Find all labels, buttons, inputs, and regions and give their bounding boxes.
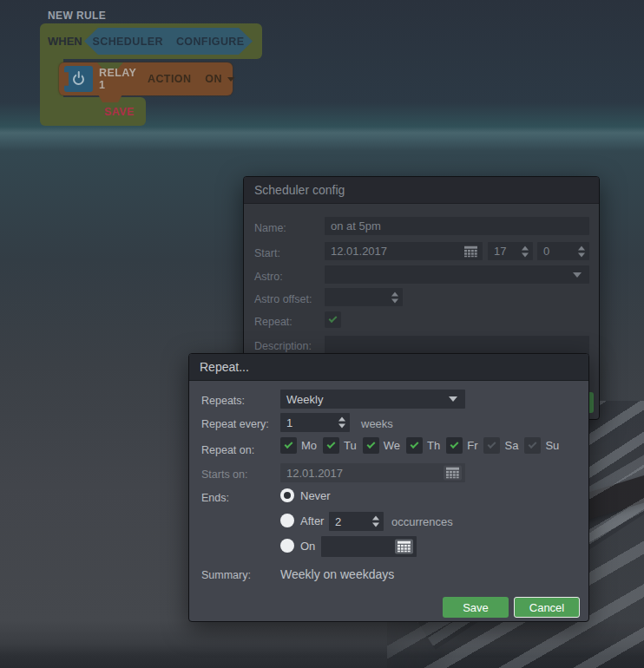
relay-action-block[interactable]: RELAY 1 ACTION ON [59, 62, 233, 95]
astro-offset-stepper[interactable] [325, 288, 403, 306]
repeat-dialog: Repeat... Repeats: Weekly Repeat every: … [188, 353, 589, 622]
day-checkbox-tu[interactable] [323, 437, 339, 454]
day-checkbox-th[interactable] [406, 437, 423, 454]
new-rule-heading: NEW RULE [48, 10, 106, 22]
ends-on-date-input[interactable] [321, 536, 417, 557]
check-icon [529, 440, 537, 449]
repeats-value: Weekly [286, 393, 323, 406]
check-icon [327, 440, 336, 449]
start-date-calendar-button[interactable] [462, 244, 480, 259]
ends-label: Ends: [201, 492, 229, 504]
check-icon [366, 440, 375, 449]
day-label-we: We [384, 439, 400, 452]
day-label-su: Su [545, 439, 559, 452]
start-minute-value: 0 [543, 245, 549, 258]
astro-label: Astro: [254, 271, 283, 283]
day-checkbox-we[interactable] [363, 437, 379, 454]
scheduler-dialog-title: Scheduler config [244, 177, 599, 204]
chevron-down-icon [573, 272, 582, 278]
app-background: NEW RULE WHEN SAVE SCHEDULER CONFIGURE R… [0, 0, 644, 668]
day-checkbox-mo[interactable] [280, 437, 297, 454]
spinner-icon[interactable] [578, 246, 585, 257]
summary-label: Summary: [201, 569, 251, 581]
repeats-label: Repeats: [201, 395, 245, 407]
cancel-button[interactable]: Cancel [514, 597, 580, 618]
start-date-input[interactable]: 12.01.2017 [325, 242, 483, 260]
repeat-every-unit: weeks [361, 417, 393, 430]
ends-on-radio[interactable] [280, 539, 294, 553]
name-value: on at 5pm [331, 219, 381, 232]
configure-block-button[interactable]: CONFIGURE [176, 36, 245, 48]
ends-after-count-stepper[interactable]: 2 [329, 512, 384, 531]
description-label: Description: [254, 340, 312, 352]
day-checkbox-su[interactable] [524, 437, 541, 454]
day-label-sa: Sa [504, 439, 518, 452]
action-on-dropdown[interactable]: ON [205, 73, 222, 85]
scheduler-block-label: SCHEDULER [93, 36, 163, 48]
repeat-every-stepper[interactable]: 1 [280, 413, 350, 432]
day-checkbox-fr[interactable] [446, 437, 463, 454]
repeat-day-su: Su [524, 437, 559, 454]
summary-value: Weekly on weekdays [280, 567, 394, 581]
ends-on-calendar-button[interactable] [395, 540, 413, 554]
repeat-day-tu: Tu [323, 437, 357, 454]
repeat-day-th: Th [406, 437, 440, 454]
day-label-th: Th [427, 439, 440, 452]
ends-after-radio[interactable] [280, 514, 294, 527]
starts-on-label: Starts on: [201, 468, 248, 481]
repeat-checkbox[interactable] [325, 311, 341, 328]
spinner-icon[interactable] [372, 516, 379, 527]
starts-on-calendar-button [444, 466, 462, 481]
check-icon [411, 440, 419, 449]
check-icon [285, 440, 293, 449]
repeat-day-we: We [363, 437, 400, 454]
starts-on-value: 12.01.2017 [286, 467, 343, 480]
ends-after-label: After [300, 514, 324, 528]
day-label-tu: Tu [344, 439, 357, 452]
repeats-select[interactable]: Weekly [280, 390, 465, 409]
spinner-icon[interactable] [391, 291, 398, 303]
scheduler-trigger-block[interactable]: SCHEDULER CONFIGURE [84, 28, 253, 55]
spinner-icon[interactable] [522, 246, 529, 257]
calendar-icon [446, 468, 459, 479]
repeat-label: Repeat: [254, 316, 292, 328]
check-icon [329, 314, 338, 323]
rule-save-bar: SAVE [40, 97, 146, 126]
spinner-icon[interactable] [338, 417, 345, 429]
name-input[interactable]: on at 5pm [325, 217, 589, 235]
relay-device-block[interactable] [64, 66, 93, 92]
ends-never-radio[interactable] [280, 488, 294, 502]
repeat-day-fr: Fr [446, 437, 477, 454]
start-label: Start: [254, 247, 280, 259]
rule-save-button[interactable]: SAVE [104, 106, 135, 118]
repeat-on-label: Repeat on: [201, 444, 254, 456]
day-label-mo: Mo [301, 439, 317, 452]
ends-after-unit: occurrences [391, 515, 453, 528]
check-icon [488, 440, 496, 449]
repeat-every-value: 1 [286, 416, 292, 429]
calendar-icon [398, 541, 411, 553]
repeat-day-mo: Mo [280, 437, 317, 454]
relay-block-label: RELAY 1 [99, 67, 136, 91]
day-label-fr: Fr [467, 439, 477, 452]
repeat-every-label: Repeat every: [201, 418, 269, 430]
day-checkbox-sa[interactable] [483, 437, 500, 454]
repeat-day-sa: Sa [483, 437, 518, 454]
starts-on-input: 12.01.2017 [280, 463, 465, 482]
save-button[interactable]: Save [443, 597, 509, 618]
ends-after-count-value: 2 [335, 515, 341, 528]
repeat-days-row: Mo Tu We Th Fr Sa [280, 437, 559, 454]
astro-offset-label: Astro offset: [254, 293, 312, 305]
action-label: ACTION [148, 73, 191, 85]
calendar-icon [464, 246, 477, 257]
check-icon [450, 440, 459, 449]
chevron-down-icon [449, 396, 457, 402]
name-label: Name: [254, 222, 286, 234]
repeat-dialog-title: Repeat... [189, 354, 588, 381]
power-icon [73, 74, 84, 85]
astro-select[interactable] [325, 265, 589, 284]
chevron-down-icon [227, 77, 234, 82]
ends-never-label: Never [300, 489, 331, 503]
start-hour-stepper[interactable]: 17 [488, 242, 533, 260]
start-minute-stepper[interactable]: 0 [537, 242, 589, 260]
